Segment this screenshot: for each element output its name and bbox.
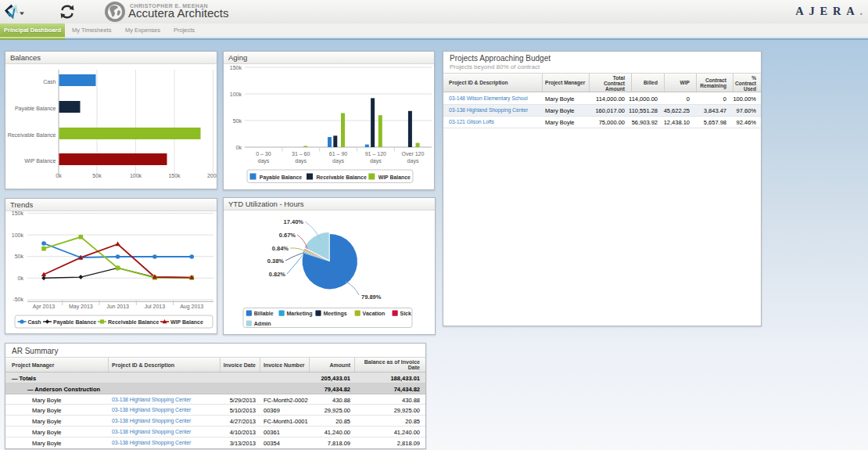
svg-text:days: days [258,158,270,164]
svg-text:Meetings: Meetings [323,311,346,317]
svg-text:Jun 2013: Jun 2013 [106,304,129,309]
svg-text:-50k: -50k [13,297,23,302]
svg-text:0.82%: 0.82% [269,271,286,278]
svg-text:Jul 2013: Jul 2013 [145,304,166,309]
svg-text:0.67%: 0.67% [279,232,296,239]
svg-text:Apr 2013: Apr 2013 [33,304,56,310]
svg-text:0.38%: 0.38% [267,257,285,265]
svg-text:150k: 150k [168,173,181,178]
svg-text:Receivable Balance: Receivable Balance [108,319,159,325]
svg-text:150k: 150k [230,65,242,70]
svg-text:Cash: Cash [28,319,41,325]
svg-text:days: days [370,158,382,164]
svg-text:31 – 60: 31 – 60 [292,151,310,157]
svg-text:91 – 120: 91 – 120 [365,151,386,157]
svg-text:WIP Balance: WIP Balance [170,319,203,325]
svg-text:100k: 100k [12,232,24,238]
svg-text:days: days [407,158,419,164]
svg-text:days: days [332,158,344,164]
svg-text:100k: 100k [230,92,242,97]
svg-text:17.40%: 17.40% [284,218,304,225]
svg-text:61 – 90: 61 – 90 [329,151,347,157]
svg-text:Vacation: Vacation [363,311,386,316]
svg-text:0k: 0k [18,275,24,281]
svg-text:Sick: Sick [400,311,412,316]
svg-text:Payable Balance: Payable Balance [15,106,56,112]
svg-text:May 2013: May 2013 [69,304,93,310]
svg-text:days: days [295,158,307,164]
svg-text:Aug 2013: Aug 2013 [180,304,203,310]
svg-text:50k: 50k [15,254,24,259]
svg-text:0 – 30: 0 – 30 [256,151,271,157]
svg-text:Payable Balance: Payable Balance [53,319,96,326]
svg-text:79.89%: 79.89% [361,293,382,301]
svg-text:Cash: Cash [43,79,56,85]
svg-text:50k: 50k [92,173,102,178]
svg-text:Billable: Billable [254,311,274,316]
svg-text:Receivable Balance: Receivable Balance [316,175,367,180]
svg-text:150k: 150k [12,211,24,216]
svg-text:WIP Balance: WIP Balance [24,158,56,164]
svg-text:Admin: Admin [254,321,271,326]
svg-text:0.84%: 0.84% [272,245,289,252]
svg-text:0k: 0k [56,173,62,178]
svg-text:Marketing: Marketing [287,311,313,317]
svg-text:200k: 200k [207,173,217,178]
svg-text:Receivable Balance: Receivable Balance [8,132,56,138]
svg-text:0k: 0k [236,145,242,150]
svg-text:WIP Balance: WIP Balance [378,175,411,180]
svg-text:Over 120: Over 120 [402,151,425,157]
svg-text:50k: 50k [233,118,242,124]
svg-text:100k: 100k [130,173,142,178]
svg-text:Payable Balance: Payable Balance [260,175,303,181]
